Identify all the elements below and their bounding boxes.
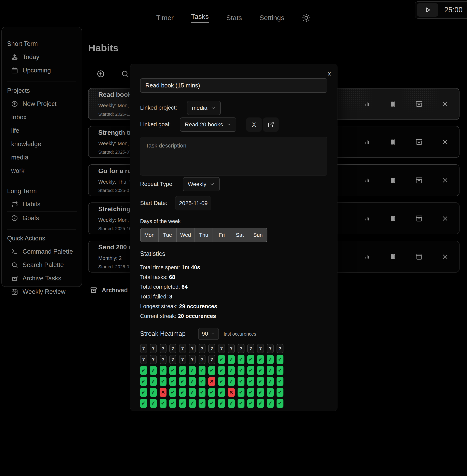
heatmap-cell-completed: ✓	[238, 388, 245, 397]
repeat-type-label: Repeat Type:	[140, 181, 174, 187]
repeat-icon	[11, 201, 18, 208]
close-icon[interactable]: x	[328, 71, 331, 76]
heatmap-cell-completed: ✓	[267, 355, 274, 364]
heatmap-cell-completed: ✓	[150, 366, 157, 375]
heatmap-cell-completed: ✓	[276, 388, 284, 397]
bar-chart-icon[interactable]	[363, 138, 371, 146]
bar-chart-icon[interactable]	[363, 215, 371, 222]
heatmap-cell-completed: ✓	[228, 377, 235, 386]
sidebar-item-search-palette[interactable]: Search Palette	[7, 258, 77, 272]
sidebar-item-goals[interactable]: Goals	[7, 212, 77, 225]
heatmap-cell-completed: ✓	[238, 355, 245, 364]
pause-icon[interactable]	[389, 176, 397, 184]
day-sat[interactable]: Sat	[231, 228, 249, 242]
tab-tasks[interactable]: Tasks	[191, 13, 209, 23]
heatmap-cell-completed: ✓	[276, 366, 284, 375]
external-link-icon	[268, 121, 274, 128]
search-icon[interactable]	[121, 70, 129, 78]
archive-icon[interactable]	[415, 253, 423, 261]
sidebar-item-command-palette[interactable]: Command Palette	[7, 245, 77, 258]
sidebar-item-media[interactable]: media	[7, 151, 77, 164]
close-icon[interactable]	[441, 215, 449, 222]
sidebar-item-today[interactable]: Today	[7, 50, 77, 64]
day-sun[interactable]: Sun	[249, 228, 267, 242]
heatmap-cell-completed: ✓	[179, 366, 186, 375]
bar-chart-icon[interactable]	[363, 176, 371, 184]
heatmap-cell-completed: ✓	[208, 399, 215, 408]
heatmap-cell-completed: ✓	[160, 377, 167, 386]
heatmap-cell-completed: ✓	[160, 399, 167, 408]
habit-card-actions	[363, 126, 449, 157]
tab-stats[interactable]: Stats	[226, 14, 242, 22]
heatmap-cell-completed: ✓	[228, 355, 235, 364]
open-goal-button[interactable]	[263, 117, 279, 132]
heatmap-cell-unknown: ?	[160, 344, 167, 353]
heatmap-range-select[interactable]: 90	[198, 328, 219, 340]
heatmap-cell-completed: ✓	[247, 377, 254, 386]
pause-icon[interactable]	[389, 100, 397, 108]
pause-icon[interactable]	[389, 253, 397, 261]
archive-icon[interactable]	[415, 100, 423, 108]
heatmap-cell-unknown: ?	[150, 355, 157, 364]
habit-card-title: Read book	[98, 91, 131, 98]
close-icon[interactable]	[441, 138, 449, 146]
archive-icon[interactable]	[415, 138, 423, 146]
linked-project-select[interactable]: media	[187, 101, 221, 115]
archived-habits-toggle[interactable]: Archived H	[90, 287, 134, 294]
section-title-projects: Projects	[7, 87, 77, 94]
heatmap-cell-completed: ✓	[160, 366, 167, 375]
close-icon[interactable]	[441, 253, 449, 261]
task-description-input[interactable]	[140, 137, 327, 175]
heatmap-cell-completed: ✓	[140, 377, 147, 386]
day-thu[interactable]: Thu	[195, 228, 213, 242]
section-title-quick-actions: Quick Actions	[7, 235, 77, 242]
heatmap-cell-completed: ✓	[208, 366, 215, 375]
clear-goal-button[interactable]: X	[246, 117, 262, 132]
circle-plus-icon[interactable]	[97, 70, 105, 78]
heatmap-cell-unknown: ?	[179, 355, 186, 364]
heatmap-cell-completed: ✓	[247, 388, 254, 397]
timer-widget: 25:00	[415, 1, 467, 19]
bar-chart-icon[interactable]	[363, 100, 371, 108]
sidebar-item-archive-tasks[interactable]: Archive Tasks	[7, 272, 77, 285]
close-icon[interactable]	[441, 100, 449, 108]
stat-total-failed: Total failed: 3	[140, 294, 217, 303]
day-wed[interactable]: Wed	[177, 228, 195, 242]
heatmap-cell-unknown: ?	[218, 344, 225, 353]
calendar-check-icon	[11, 288, 18, 295]
bar-chart-icon[interactable]	[363, 253, 371, 261]
day-fri[interactable]: Fri	[213, 228, 231, 242]
sidebar-item-habits[interactable]: Habits	[7, 198, 77, 212]
close-icon[interactable]	[441, 176, 449, 184]
sidebar-item-upcoming[interactable]: Upcoming	[7, 64, 77, 77]
heatmap-cell-unknown: ?	[189, 355, 196, 364]
repeat-type-select[interactable]: Weekly	[183, 177, 220, 191]
heatmap-cell-completed: ✓	[218, 355, 225, 364]
archive-icon[interactable]	[415, 215, 423, 222]
sidebar-item-work[interactable]: work	[7, 164, 77, 177]
heatmap-cell-completed: ✓	[257, 399, 264, 408]
sidebar: Short TermTodayUpcomingProjectsNew Proje…	[1, 27, 82, 287]
day-tue[interactable]: Tue	[159, 228, 177, 242]
pause-icon[interactable]	[389, 138, 397, 146]
heatmap-cell-completed: ✓	[199, 377, 206, 386]
pause-icon[interactable]	[389, 215, 397, 222]
sun-icon[interactable]	[302, 13, 311, 22]
linked-goal-select[interactable]: Read 20 books	[180, 117, 236, 132]
sidebar-item-new-project[interactable]: New Project	[7, 97, 77, 111]
sidebar-item-weekly-review[interactable]: Weekly Review	[7, 285, 77, 299]
tab-settings[interactable]: Settings	[259, 14, 285, 22]
sidebar-item-inbox[interactable]: Inbox	[7, 111, 77, 124]
sidebar-item-life[interactable]: life	[7, 124, 77, 137]
habit-title-input[interactable]	[140, 78, 327, 93]
terminal-icon	[11, 248, 18, 255]
panel-collapse-icon[interactable]	[65, 33, 74, 41]
play-button[interactable]	[417, 3, 438, 17]
tab-timer[interactable]: Timer	[156, 14, 174, 22]
archive-icon[interactable]	[415, 176, 423, 184]
sidebar-item-label: media	[11, 154, 28, 161]
sidebar-item-knowledge[interactable]: knowledge	[7, 137, 77, 151]
habit-card-started: Started: 2026-01-	[98, 264, 133, 269]
start-date-picker[interactable]: 2025-11-09	[175, 196, 211, 210]
day-mon[interactable]: Mon	[141, 228, 159, 242]
